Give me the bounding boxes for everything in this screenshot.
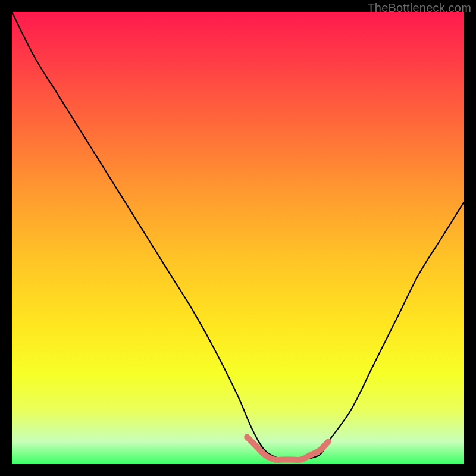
bottleneck-curve — [12, 12, 464, 461]
chart-frame: TheBottleneck.com — [0, 0, 476, 476]
gradient-plot-area — [12, 12, 464, 464]
curve-svg — [12, 12, 464, 464]
